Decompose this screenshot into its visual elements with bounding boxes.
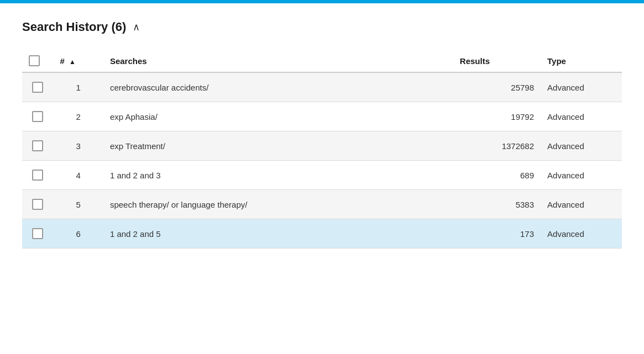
collapse-chevron-icon[interactable]: ∧ [133, 21, 140, 33]
row-checkbox-cell [22, 72, 54, 102]
row-checkbox-cell [22, 161, 54, 190]
row-results: 19792 [453, 102, 541, 131]
row-type: Advanced [541, 131, 622, 161]
row-type: Advanced [541, 102, 622, 131]
row-checkbox[interactable] [32, 199, 43, 210]
select-all-checkbox[interactable] [29, 55, 40, 66]
row-checkbox-cell [22, 102, 54, 131]
row-checkbox-cell [22, 190, 54, 219]
header-results: Results [453, 50, 541, 72]
row-checkbox-cell [22, 219, 54, 249]
row-type: Advanced [541, 190, 622, 219]
sort-arrow-icon[interactable]: ▲ [69, 58, 76, 66]
table-row: 2 exp Aphasia/ 19792 Advanced [22, 102, 622, 131]
row-number: 3 [54, 131, 103, 161]
table-row: 4 1 and 2 and 3 689 Advanced [22, 161, 622, 190]
header-number[interactable]: # ▲ [54, 50, 103, 72]
row-results: 1372682 [453, 131, 541, 161]
row-number: 4 [54, 161, 103, 190]
row-number: 6 [54, 219, 103, 249]
section-header: Search History (6) ∧ [22, 20, 622, 34]
row-checkbox[interactable] [32, 111, 43, 122]
row-type: Advanced [541, 72, 622, 102]
row-results: 5383 [453, 190, 541, 219]
table-body: 1 cerebrovascular accidents/ 25798 Advan… [22, 72, 622, 249]
section-title: Search History (6) [22, 20, 126, 34]
row-type: Advanced [541, 161, 622, 190]
row-search-text: exp Aphasia/ [103, 102, 453, 131]
table-row: 3 exp Treatment/ 1372682 Advanced [22, 131, 622, 161]
row-checkbox-cell [22, 131, 54, 161]
header-type: Type [541, 50, 622, 72]
row-number: 5 [54, 190, 103, 219]
row-checkbox[interactable] [32, 170, 43, 181]
row-results: 173 [453, 219, 541, 249]
main-container: Search History (6) ∧ # ▲ Searches Result… [0, 3, 644, 260]
row-type: Advanced [541, 219, 622, 249]
header-searches: Searches [103, 50, 453, 72]
row-checkbox[interactable] [32, 82, 43, 93]
row-number: 2 [54, 102, 103, 131]
row-search-text: exp Treatment/ [103, 131, 453, 161]
table-row: 1 cerebrovascular accidents/ 25798 Advan… [22, 72, 622, 102]
row-search-text: speech therapy/ or language therapy/ [103, 190, 453, 219]
row-checkbox[interactable] [32, 140, 43, 151]
table-row: 5 speech therapy/ or language therapy/ 5… [22, 190, 622, 219]
row-search-text: 1 and 2 and 3 [103, 161, 453, 190]
row-search-text: 1 and 2 and 5 [103, 219, 453, 249]
row-results: 25798 [453, 72, 541, 102]
table-row: 6 1 and 2 and 5 173 Advanced [22, 219, 622, 249]
row-number: 1 [54, 72, 103, 102]
row-checkbox[interactable] [32, 228, 43, 239]
search-history-table: # ▲ Searches Results Type 1 cerebrovascu… [22, 50, 622, 249]
row-search-text: cerebrovascular accidents/ [103, 72, 453, 102]
header-checkbox-cell [22, 50, 54, 72]
row-results: 689 [453, 161, 541, 190]
table-header-row: # ▲ Searches Results Type [22, 50, 622, 72]
